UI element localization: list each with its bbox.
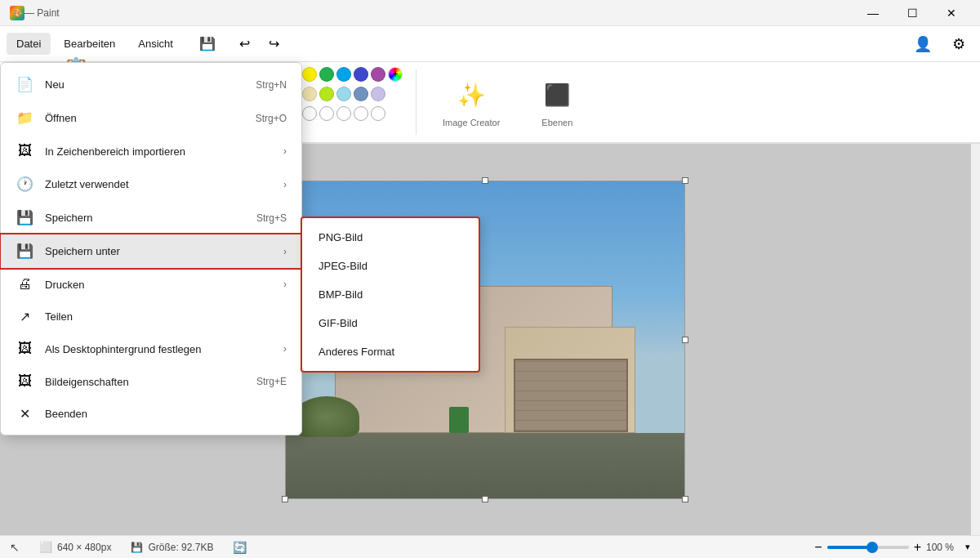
formen-section: 📋 ╱ ⌒ ▭ ▬ ▢ ○ △ ◇ ⬠ ⬡ → ☆ Formen	[13, 69, 153, 135]
road	[286, 433, 684, 498]
resize-handle-mr[interactable]	[682, 337, 688, 343]
shapes-palette: ╱ ⌒ ▭ ▬ ▢ ○ △ ◇ ⬠ ⬡ → ☆	[13, 92, 139, 131]
color-gold[interactable]	[285, 87, 300, 101]
minimize-button[interactable]: —	[854, 0, 892, 26]
size-area: 💾 Größe: 92.7KB	[131, 542, 213, 553]
color-outline-8[interactable]	[336, 106, 351, 121]
settings-icon: ⚙	[952, 35, 965, 53]
resize-handle-br[interactable]	[682, 496, 688, 502]
undo-button[interactable]: ↩	[232, 31, 258, 57]
menu-ansicht[interactable]: Ansicht	[128, 33, 183, 55]
color-darkred[interactable]	[251, 67, 265, 82]
color-red[interactable]	[268, 67, 283, 82]
primary-color-swatch[interactable]	[166, 74, 195, 103]
ebenen-section: ⬛ Ebenen	[526, 77, 588, 127]
color-outline-1[interactable]	[216, 106, 231, 121]
shape-rect-fill[interactable]: ▬	[77, 92, 96, 111]
canvas-area[interactable]	[0, 144, 970, 535]
vertical-scrollbar[interactable]	[970, 144, 980, 535]
zoom-track-fill	[827, 546, 872, 549]
account-button[interactable]: 👤	[908, 29, 938, 59]
canvas-image[interactable]	[285, 181, 685, 499]
shape-triangle[interactable]: △	[13, 111, 33, 131]
color-outline-3[interactable]	[251, 106, 265, 121]
color-lightgray[interactable]	[234, 87, 248, 101]
zoom-area: − + 100 % ▾	[814, 540, 970, 555]
color-blue[interactable]	[354, 67, 368, 82]
farbe-label: Farbe	[273, 128, 296, 138]
main-toolbar: 📋 ╱ ⌒ ▭ ▬ ▢ ○ △ ◇ ⬠ ⬡ → ☆ Formen	[0, 62, 980, 144]
resize-handle-bc[interactable]	[482, 496, 488, 502]
color-green[interactable]	[319, 67, 334, 82]
maximize-button[interactable]: ☐	[893, 0, 931, 26]
shape-pentagon[interactable]: ⬠	[56, 111, 75, 131]
shape-diamond[interactable]: ◇	[34, 111, 54, 131]
color-purple[interactable]	[371, 67, 385, 82]
color-white[interactable]	[216, 87, 231, 101]
redo-button[interactable]: ↪	[261, 31, 287, 57]
color-black[interactable]	[216, 67, 231, 82]
resize-handle-tl[interactable]	[282, 177, 288, 184]
close-button[interactable]: ✕	[933, 0, 970, 26]
cursor-icon: ↖	[10, 541, 20, 554]
title-bar-spacer-text: — Paint	[24, 7, 60, 19]
color-row-3	[216, 106, 403, 121]
image-creator-label: Image Creator	[443, 118, 500, 127]
zoom-out-button[interactable]: −	[814, 540, 822, 555]
menu-bar: Datei Bearbeiten Ansicht 💾 ↩ ↪ 👤 ⚙	[0, 26, 980, 62]
zoom-thumb[interactable]	[866, 542, 878, 553]
color-row-2	[216, 87, 403, 101]
shape-curve[interactable]: ⌒	[34, 92, 54, 111]
ebenen-button[interactable]: ⬛	[539, 77, 575, 113]
rotate-area: 🔄	[233, 541, 247, 554]
color-gray[interactable]	[234, 67, 248, 82]
shape-line[interactable]: ╱	[13, 92, 33, 111]
zoom-slider[interactable]	[827, 546, 909, 549]
shape-arrow[interactable]: →	[98, 111, 118, 131]
color-outline-4[interactable]	[268, 106, 283, 121]
resize-handle-tc[interactable]	[482, 177, 488, 184]
undo-redo-group: ↩ ↪	[232, 31, 287, 57]
color-outline-9[interactable]	[354, 106, 368, 121]
color-outline-7[interactable]	[319, 106, 334, 121]
shape-hex[interactable]: ⬡	[77, 111, 96, 131]
color-skyblue[interactable]	[336, 87, 351, 101]
menu-datei[interactable]: Datei	[7, 33, 51, 55]
resize-handle-ml[interactable]	[282, 337, 288, 343]
cursor-area: ↖	[10, 541, 20, 554]
color-outline-10[interactable]	[371, 106, 385, 121]
resize-handle-bl[interactable]	[282, 496, 288, 502]
resize-handle-tr[interactable]	[682, 177, 688, 184]
color-lightblue[interactable]	[336, 67, 351, 82]
size-save-icon: 💾	[131, 542, 143, 553]
color-lime[interactable]	[319, 87, 334, 101]
zoom-dropdown-button[interactable]: ▾	[965, 542, 970, 552]
image-creator-button[interactable]: ✨	[453, 77, 489, 113]
color-yellow[interactable]	[302, 67, 317, 82]
shape-star[interactable]: ☆	[119, 111, 139, 131]
color-brown[interactable]	[251, 87, 265, 101]
color-outline-6[interactable]	[302, 106, 317, 121]
add-color-button[interactable]: +	[388, 67, 403, 82]
color-pink[interactable]	[268, 87, 283, 101]
zoom-in-button[interactable]: +	[914, 540, 921, 555]
menu-bearbeiten[interactable]: Bearbeiten	[54, 33, 125, 55]
color-steelblue[interactable]	[354, 87, 368, 101]
color-outline-5[interactable]	[285, 106, 300, 121]
zoom-percent-label: 100 %	[926, 542, 960, 553]
shape-rect[interactable]: ▭	[56, 92, 75, 111]
settings-button[interactable]: ⚙	[944, 29, 973, 59]
paste-button[interactable]: 📋	[58, 56, 94, 82]
image-creator-icon: ✨	[457, 82, 486, 109]
save-toolbar-button[interactable]: 💾	[193, 29, 222, 59]
color-orange[interactable]	[285, 67, 300, 82]
main-area	[0, 144, 980, 535]
vegetation	[294, 396, 359, 437]
color-cream[interactable]	[302, 87, 317, 101]
color-lavender[interactable]	[371, 87, 385, 101]
rotate-icon: 🔄	[233, 541, 247, 554]
shape-ellipse[interactable]: ○	[119, 92, 139, 111]
shape-round-rect[interactable]: ▢	[98, 92, 118, 111]
image-creator-section: ✨ Image Creator	[430, 77, 513, 127]
color-outline-2[interactable]	[234, 106, 248, 121]
